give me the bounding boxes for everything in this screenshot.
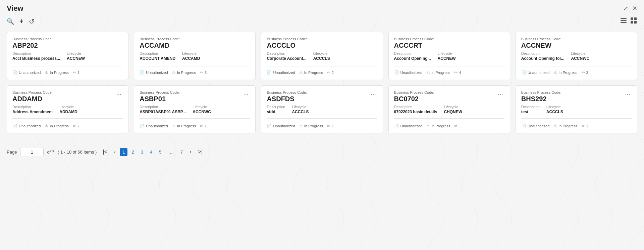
in-progress-label: In Progress xyxy=(431,124,450,128)
title-bar: View ⤢ ✕ xyxy=(0,0,644,15)
count-status: ✏ 2 xyxy=(73,124,79,128)
card-code: ASDFDS xyxy=(267,95,307,103)
card-menu-button[interactable]: ⋯ xyxy=(624,37,632,45)
close-icon[interactable]: ✕ xyxy=(632,5,637,12)
svg-rect-6 xyxy=(634,21,637,24)
card-lifecycle-field: Lifecycle CHQNEW xyxy=(444,105,462,114)
card-description-field: Description 07022023 basic details xyxy=(394,105,437,114)
file-icon: 📄 xyxy=(267,70,272,75)
file-icon: 📄 xyxy=(12,124,17,128)
card-body: Description ASBP01ASBP01 ASBP... Lifecyc… xyxy=(140,105,250,114)
page-4-button[interactable]: 4 xyxy=(147,148,155,156)
description-value: ASBP01ASBP01 ASBP... xyxy=(140,110,186,114)
unauthorized-label: Unauthorized xyxy=(19,124,41,128)
card-menu-button[interactable]: ⋯ xyxy=(496,37,504,45)
card-footer: 📄 Unauthorized ⚠ In Progress ✏ 2 xyxy=(12,120,123,128)
count-value: 2 xyxy=(332,71,334,75)
next-page-button[interactable]: › xyxy=(187,148,194,156)
in-progress-label: In Progress xyxy=(177,124,196,128)
card-header-label: Business Process Code: xyxy=(12,37,53,41)
card-header-label: Business Process Code: xyxy=(394,37,434,41)
page-2-button[interactable]: 2 xyxy=(129,148,137,156)
card-asdfds: Business Process Code: ASDFDS ⋯ Descript… xyxy=(261,85,383,133)
card-lifecycle-field: Lifecycle ACCNWC xyxy=(193,105,211,114)
card-accclo: Business Process Code: ACCCLO ⋯ Descript… xyxy=(261,32,383,80)
card-menu-button[interactable]: ⋯ xyxy=(115,37,123,45)
card-lifecycle-field: Lifecycle ACCNEW xyxy=(67,51,85,61)
pagination-bar: Page of 7 ( 1 - 10 of 66 items ) |< ‹ 1 … xyxy=(0,142,644,162)
card-acccrt: Business Process Code: ACCCRT ⋯ Descript… xyxy=(388,32,510,80)
prev-page-button[interactable]: ‹ xyxy=(111,148,118,156)
card-body: Description Corporate Account... Lifecyc… xyxy=(267,51,377,61)
warning-icon: ⚠ xyxy=(45,124,48,128)
page-3-button[interactable]: 3 xyxy=(138,148,146,156)
card-abp202: Business Process Code: ABP202 ⋯ Descript… xyxy=(7,32,128,80)
last-page-button[interactable]: >| xyxy=(196,148,206,156)
card-lifecycle-field: Lifecycle ACCNEW xyxy=(438,51,456,61)
list-view-icon[interactable] xyxy=(620,17,627,26)
page-5-button[interactable]: 5 xyxy=(156,148,164,156)
page-items-info: ( 1 - 10 of 66 items ) xyxy=(58,150,97,155)
unauthorized-status: 📄 Unauthorized xyxy=(140,124,168,128)
card-body: Description sfdd Lifecycle ACCCLS xyxy=(267,105,377,114)
unauthorized-label: Unauthorized xyxy=(528,124,549,128)
lifecycle-value: ACCNWC xyxy=(193,110,211,114)
card-menu-button[interactable]: ⋯ xyxy=(496,90,504,98)
description-label: Description xyxy=(394,105,437,109)
page-label: Page xyxy=(7,150,17,155)
refresh-icon[interactable]: ↺ xyxy=(29,17,35,26)
page-1-button[interactable]: 1 xyxy=(120,148,127,156)
file-icon: 📄 xyxy=(267,124,272,128)
description-label: Description xyxy=(12,105,53,109)
unauthorized-label: Unauthorized xyxy=(273,71,295,75)
card-footer: 📄 Unauthorized ⚠ In Progress ✏ 1 xyxy=(521,120,632,128)
card-header-label: Business Process Code: xyxy=(267,90,307,94)
lifecycle-label: Lifecycle xyxy=(182,51,200,55)
lifecycle-label: Lifecycle xyxy=(546,105,563,109)
card-menu-button[interactable]: ⋯ xyxy=(369,37,377,45)
count-value: 1 xyxy=(77,71,79,75)
warning-icon: ⚠ xyxy=(299,70,303,75)
card-footer: 📄 Unauthorized ⚠ In Progress ✏ 1 xyxy=(267,120,377,128)
card-menu-button[interactable]: ⋯ xyxy=(242,90,250,98)
add-icon[interactable]: + xyxy=(19,17,23,25)
lifecycle-value: ACCNEW xyxy=(438,56,456,61)
card-header-label: Business Process Code: xyxy=(140,37,180,41)
unauthorized-status: 📄 Unauthorized xyxy=(521,70,549,75)
card-header: Business Process Code: ADDAMD ⋯ xyxy=(12,90,123,103)
svg-rect-2 xyxy=(621,22,627,23)
unauthorized-label: Unauthorized xyxy=(146,71,168,75)
card-menu-button[interactable]: ⋯ xyxy=(115,90,123,98)
first-page-button[interactable]: |< xyxy=(100,148,110,156)
card-description-field: Description ASBP01ASBP01 ASBP... xyxy=(140,105,186,114)
page-input[interactable] xyxy=(20,148,44,156)
card-header-left: Business Process Code: BC0702 xyxy=(394,90,434,103)
page-7-button[interactable]: 7 xyxy=(178,148,185,156)
card-menu-button[interactable]: ⋯ xyxy=(369,90,377,98)
in-progress-label: In Progress xyxy=(558,71,577,75)
warning-icon: ⚠ xyxy=(172,124,176,128)
card-header-label: Business Process Code: xyxy=(267,37,307,41)
card-header: Business Process Code: ASDFDS ⋯ xyxy=(267,90,377,103)
grid-view-icon[interactable] xyxy=(630,17,637,26)
search-icon[interactable]: 🔍 xyxy=(7,18,14,25)
toolbar-right xyxy=(620,17,637,26)
card-description-field: Description Corporate Account... xyxy=(267,51,306,61)
card-code: ACCNEW xyxy=(521,42,561,49)
window-title: View xyxy=(7,4,23,13)
card-menu-button[interactable]: ⋯ xyxy=(624,90,632,98)
in-progress-status: ⚠ In Progress xyxy=(172,124,196,128)
count-status: ✏ 1 xyxy=(327,124,334,128)
card-header-left: Business Process Code: ADDAMD xyxy=(12,90,53,103)
card-code: BC0702 xyxy=(394,95,434,103)
unauthorized-status: 📄 Unauthorized xyxy=(394,70,422,75)
card-code: ADDAMD xyxy=(12,95,53,103)
file-icon: 📄 xyxy=(12,70,17,75)
in-progress-status: ⚠ In Progress xyxy=(426,70,450,75)
card-menu-button[interactable]: ⋯ xyxy=(242,37,250,45)
resize-icon[interactable]: ⤢ xyxy=(623,5,628,12)
in-progress-status: ⚠ In Progress xyxy=(172,70,196,75)
main-window: View ⤢ ✕ 🔍 + ↺ xyxy=(0,0,644,250)
card-header-label: Business Process Code: xyxy=(394,90,434,94)
card-bc0702: Business Process Code: BC0702 ⋯ Descript… xyxy=(388,85,510,133)
